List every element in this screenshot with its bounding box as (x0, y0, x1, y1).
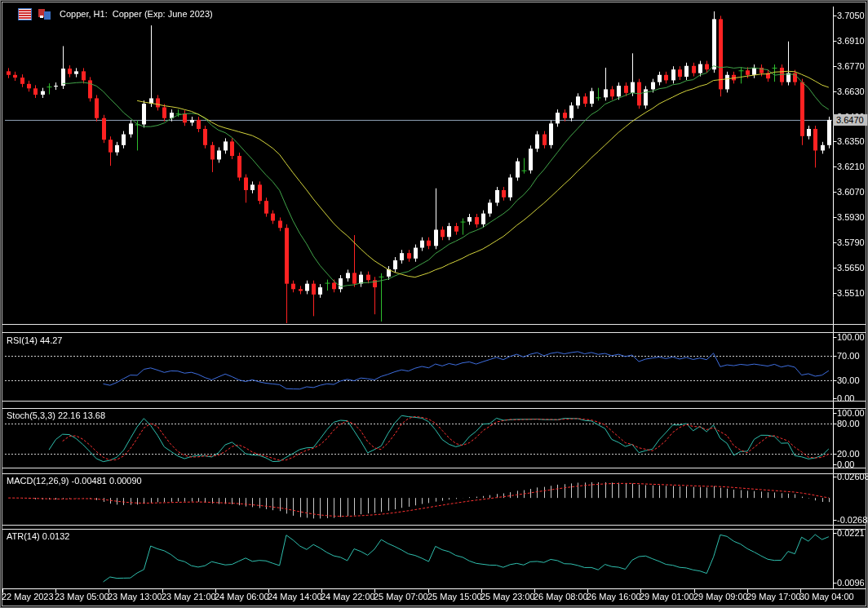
chart-canvas[interactable] (0, 0, 868, 608)
mt5-chart-window: Copper, H1: Copper (Exp: June 2023) RSI(… (0, 0, 868, 608)
